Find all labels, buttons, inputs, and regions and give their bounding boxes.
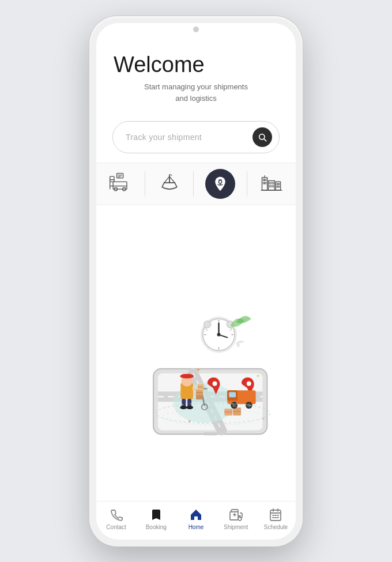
svg-rect-25 <box>265 183 266 184</box>
city-icon <box>259 171 284 197</box>
svg-point-45 <box>247 381 251 386</box>
nav-item-shipment[interactable]: Shipment <box>220 507 252 530</box>
svg-rect-22 <box>263 179 264 181</box>
svg-rect-33 <box>277 183 278 184</box>
screen-content: Welcome Start managing your shipments an… <box>96 23 296 540</box>
divider-1 <box>145 171 145 197</box>
svg-rect-24 <box>263 183 264 184</box>
svg-rect-10 <box>117 173 123 178</box>
welcome-title: Welcome <box>114 53 278 77</box>
nav-item-contact[interactable]: Contact <box>100 507 132 530</box>
svg-text:✦: ✦ <box>187 418 192 424</box>
category-truck[interactable] <box>108 171 133 197</box>
nav-shipment-icon <box>228 507 243 522</box>
category-location[interactable] <box>205 169 235 199</box>
svg-rect-71 <box>196 395 203 399</box>
svg-text:✦: ✦ <box>256 373 260 378</box>
svg-text:✦: ✦ <box>196 367 201 373</box>
svg-rect-35 <box>277 186 278 187</box>
search-bar[interactable]: Track your shipment <box>112 121 280 153</box>
volume-up-button <box>81 108 84 130</box>
svg-rect-60 <box>182 374 191 377</box>
nav-schedule-icon <box>268 507 283 522</box>
search-icon <box>258 133 267 142</box>
svg-point-64 <box>186 406 193 409</box>
illustration-area: ✦ ✦ ✦ ✦ <box>96 208 296 500</box>
category-ship[interactable] <box>157 171 182 197</box>
svg-rect-43 <box>203 432 217 435</box>
nav-item-home[interactable]: Home <box>180 507 212 530</box>
svg-rect-34 <box>278 183 280 184</box>
svg-rect-28 <box>269 183 271 184</box>
search-placeholder-text[interactable]: Track your shipment <box>126 133 252 142</box>
svg-point-44 <box>213 381 217 386</box>
nav-home-label: Home <box>189 524 204 530</box>
ship-icon <box>157 171 182 197</box>
phone-device: Welcome Start managing your shipments an… <box>89 16 303 546</box>
power-button <box>308 123 311 154</box>
svg-rect-70 <box>198 384 203 390</box>
truck-icon <box>108 171 133 197</box>
nav-booking-icon <box>149 507 164 522</box>
svg-point-63 <box>180 406 187 409</box>
search-area: Track your shipment <box>96 115 296 163</box>
volume-down-button <box>81 137 84 159</box>
bottom-nav: Contact Booking <box>96 501 296 540</box>
nav-contact-icon <box>109 507 124 522</box>
svg-rect-30 <box>269 186 271 187</box>
welcome-subtitle-line2: and logistics <box>175 94 217 103</box>
welcome-subtitle-line1: Start managing your shipments <box>144 82 248 91</box>
location-highlight <box>205 169 235 199</box>
nav-booking-label: Booking <box>146 524 167 530</box>
phone-screen: Welcome Start managing your shipments an… <box>96 23 296 540</box>
category-city[interactable] <box>259 171 284 197</box>
svg-rect-23 <box>265 179 266 181</box>
svg-rect-31 <box>272 186 274 187</box>
svg-rect-29 <box>272 183 274 184</box>
divider-3 <box>247 171 247 197</box>
svg-rect-36 <box>278 186 280 187</box>
phone-camera <box>193 27 199 32</box>
divider-2 <box>193 171 194 197</box>
welcome-subtitle: Start managing your shipments and logist… <box>114 81 278 104</box>
nav-shipment-label: Shipment <box>224 524 248 530</box>
svg-point-53 <box>232 403 236 407</box>
nav-contact-label: Contact <box>106 524 126 530</box>
svg-point-83 <box>204 321 211 328</box>
svg-rect-56 <box>229 392 236 397</box>
categories-row <box>96 163 296 205</box>
anchor-icon <box>212 176 228 192</box>
delivery-scene-illustration: ✦ ✦ ✦ ✦ <box>108 272 284 437</box>
nav-home-icon <box>189 507 203 522</box>
header-area: Welcome Start managing your shipments an… <box>96 23 296 116</box>
svg-line-1 <box>264 139 266 141</box>
nav-item-booking[interactable]: Booking <box>140 507 172 530</box>
nav-schedule-label: Schedule <box>263 524 288 530</box>
nav-item-schedule[interactable]: Schedule <box>260 507 292 530</box>
svg-rect-2 <box>110 176 114 180</box>
svg-rect-93 <box>230 512 238 520</box>
search-button[interactable] <box>252 127 272 147</box>
